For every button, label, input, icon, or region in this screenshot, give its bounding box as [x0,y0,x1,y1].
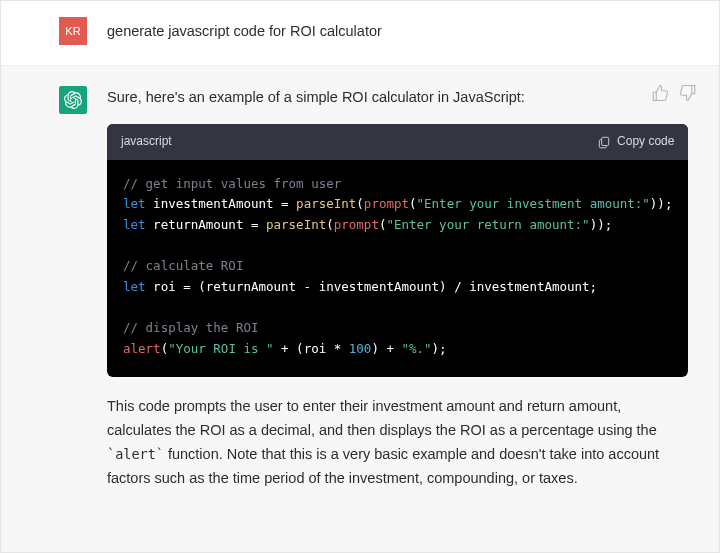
code-token: let [123,217,146,232]
code-token: ( [356,196,364,211]
code-token: )); [650,196,673,211]
code-token: "Your ROI is " [168,341,273,356]
outro-part2: function. Note that this is a very basic… [107,446,659,486]
code-language-label: javascript [121,132,172,152]
code-token: "Enter your return amount:" [386,217,589,232]
thumbs-down-button[interactable] [679,84,697,102]
code-token: parseInt [296,196,356,211]
user-message-row: KR generate javascript code for ROI calc… [1,1,719,66]
code-token: alert [123,341,161,356]
code-token: prompt [334,217,379,232]
assistant-message-row: Sure, here's an example of a simple ROI … [1,66,719,552]
thumbs-up-icon [651,84,669,102]
code-block: javascript Copy code // get input values… [107,124,688,377]
code-token: 100 [349,341,372,356]
thumbs-up-button[interactable] [651,84,669,102]
outro-inline-code: `alert` [107,446,164,462]
code-token: let [123,196,146,211]
svg-rect-0 [602,137,609,145]
code-token: // get input values from user [123,176,341,191]
code-token: prompt [364,196,409,211]
code-token: ) + [371,341,401,356]
code-token: )); [590,217,613,232]
code-token: = [243,217,266,232]
code-token: = (returnAmount - investmentAmount) / in… [176,279,597,294]
code-token: roi [153,279,176,294]
code-token: = [274,196,297,211]
assistant-outro-text: This code prompts the user to enter thei… [107,395,688,491]
clipboard-icon [597,135,611,149]
user-message-text: generate javascript code for ROI calcula… [107,23,382,39]
copy-code-button[interactable]: Copy code [597,132,674,152]
thumbs-down-icon [679,84,697,102]
code-token: ( [326,217,334,232]
code-token: returnAmount [153,217,243,232]
code-token: // calculate ROI [123,258,243,273]
assistant-intro-text: Sure, here's an example of a simple ROI … [107,86,688,110]
code-token: ( [409,196,417,211]
chat-container: KR generate javascript code for ROI calc… [0,0,720,553]
outro-part1: This code prompts the user to enter thei… [107,398,657,438]
code-token: parseInt [266,217,326,232]
code-header: javascript Copy code [107,124,688,160]
openai-logo-icon [64,91,82,109]
copy-code-label: Copy code [617,132,674,152]
code-token: "Enter your investment amount:" [417,196,650,211]
assistant-message-body: Sure, here's an example of a simple ROI … [107,86,719,532]
feedback-buttons [651,84,697,102]
code-token: investmentAmount [153,196,273,211]
code-token: let [123,279,146,294]
code-body: // get input values from user let invest… [107,160,688,378]
code-token: // display the ROI [123,320,258,335]
code-token: ); [432,341,447,356]
user-avatar: KR [59,17,87,45]
code-token: "%." [401,341,431,356]
code-token: + (roi * [274,341,349,356]
assistant-avatar [59,86,87,114]
